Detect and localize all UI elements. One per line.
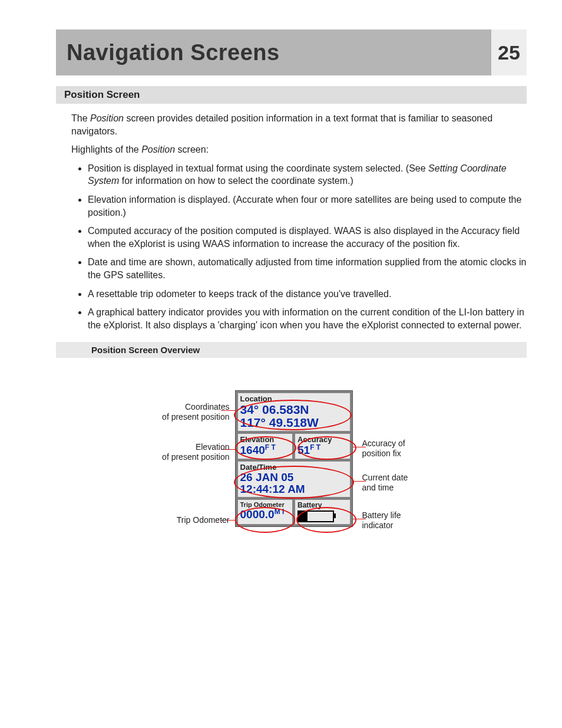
text: Date and time are shown, automatically a…	[88, 257, 526, 280]
callout-elevation: Elevation of present position	[147, 442, 230, 462]
unit: F T	[265, 443, 276, 452]
accuracy-value: 51F T	[297, 444, 348, 456]
odo-batt-row: Trip Odometer 0000.0M I Battery	[237, 499, 351, 525]
section-heading: Position Screen	[56, 86, 527, 104]
diagram-wrap: Location 34° 06.583N 117° 49.518W Elevat…	[56, 390, 527, 555]
text: A graphical battery indicator provides y…	[88, 307, 524, 330]
unit: M I	[275, 508, 285, 516]
elevation-label: Elevation	[240, 435, 290, 444]
text: A resettable trip odometer to keeps trac…	[88, 289, 391, 299]
list-item: Computed accuracy of the position comput…	[88, 225, 527, 250]
italic-text: Position	[90, 113, 124, 123]
page-header: Navigation Screens 25	[56, 29, 527, 75]
text: Position is displayed in textual format …	[88, 163, 428, 173]
intro-paragraph-2: Highlights of the Position screen:	[71, 143, 527, 156]
text: 0000.0	[240, 508, 275, 521]
position-screen-diagram: Location 34° 06.583N 117° 49.518W Elevat…	[127, 390, 457, 555]
text: Highlights of the	[71, 144, 141, 154]
battery-icon	[297, 510, 334, 522]
battery-panel: Battery	[295, 499, 351, 525]
list-item: Position is displayed in textual format …	[88, 162, 527, 187]
unit: F T	[310, 443, 320, 452]
page-title: Navigation Screens	[56, 29, 491, 75]
battery-fill	[299, 512, 308, 521]
date-value: 26 JAN 05	[240, 472, 348, 483]
text: Computed accuracy of the position comput…	[88, 226, 520, 249]
elevation-value: 1640F T	[240, 444, 290, 456]
elevation-panel: Elevation 1640F T	[237, 433, 293, 459]
callout-datetime: Current date and time	[362, 473, 445, 493]
location-label: Location	[240, 394, 348, 403]
datetime-panel: Date/Time 26 JAN 05 12:44:12 AM	[237, 461, 351, 498]
datetime-label: Date/Time	[240, 463, 348, 472]
intro-paragraph-1: The Position screen provides detailed po…	[71, 112, 527, 137]
page-number: 25	[491, 29, 527, 75]
location-panel: Location 34° 06.583N 117° 49.518W	[237, 393, 351, 431]
time-value: 12:44:12 AM	[240, 483, 348, 495]
odometer-panel: Trip Odometer 0000.0M I	[237, 499, 293, 525]
callout-battery: Battery life indicator	[362, 510, 445, 531]
text: screen:	[175, 144, 209, 154]
longitude-value: 117° 49.518W	[240, 416, 348, 429]
callout-odometer: Trip Odometer	[147, 515, 230, 525]
body-copy: The Position screen provides detailed po…	[56, 104, 527, 331]
text: screen provides detailed position inform…	[71, 113, 492, 136]
list-item: A graphical battery indicator provides y…	[88, 306, 527, 331]
latitude-value: 34° 06.583N	[240, 403, 348, 416]
text: Elevation information is displayed. (Acc…	[88, 195, 521, 218]
list-item: Date and time are shown, automatically a…	[88, 256, 527, 281]
italic-text: Position	[141, 144, 175, 154]
callout-accuracy: Accuracy of position fix	[362, 439, 445, 459]
list-item: A resettable trip odometer to keeps trac…	[88, 288, 527, 301]
overview-heading: Position Screen Overview	[56, 342, 527, 358]
elev-acc-row: Elevation 1640F T Accuracy 51F T	[237, 433, 351, 459]
text: 51	[297, 444, 310, 457]
accuracy-panel: Accuracy 51F T	[295, 433, 351, 459]
accuracy-label: Accuracy	[297, 435, 348, 444]
bullet-list: Position is displayed in textual format …	[88, 162, 527, 332]
callout-coordinates: Coordinates of present position	[147, 402, 230, 422]
device-screen: Location 34° 06.583N 117° 49.518W Elevat…	[235, 390, 353, 526]
odometer-value: 0000.0M I	[240, 508, 290, 521]
text: for information on how to select the coo…	[119, 176, 353, 186]
battery-label: Battery	[297, 501, 348, 509]
text: 1640	[240, 444, 265, 457]
text: The	[71, 113, 90, 123]
list-item: Elevation information is displayed. (Acc…	[88, 193, 527, 219]
